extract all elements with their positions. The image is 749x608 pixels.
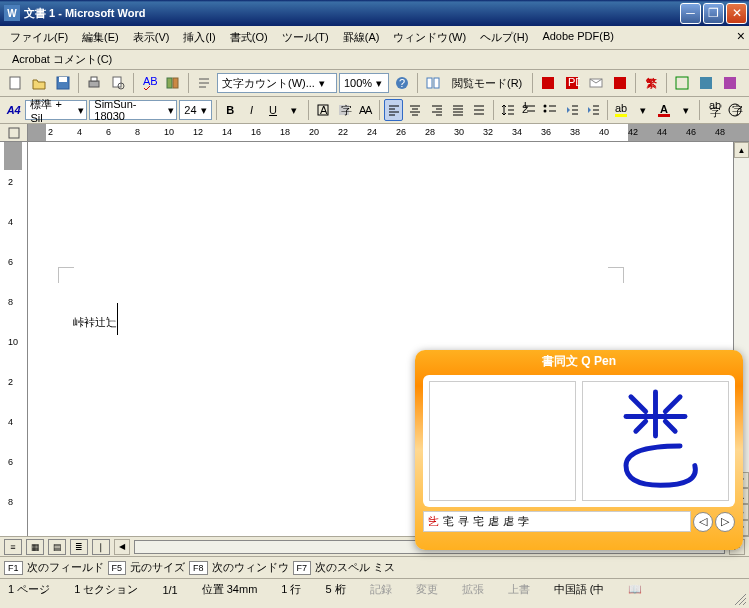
ime-button-4[interactable] <box>719 72 741 94</box>
f1-label[interactable]: 次のフィールド <box>27 560 104 575</box>
highlight-dropdown[interactable]: ▾ <box>633 99 652 121</box>
increase-indent-button[interactable] <box>583 99 602 121</box>
menu-adobe-pdf[interactable]: Adobe PDF(B) <box>536 28 620 47</box>
qpen-window[interactable]: 書同文 Q Pen 乧宒寻宅虐虐孛 ◁ ▷ <box>415 350 743 550</box>
qpen-draw-area-left[interactable] <box>429 381 576 501</box>
f5-label[interactable]: 元のサイズ <box>130 560 185 575</box>
ruler-corner[interactable] <box>0 124 28 141</box>
status-rec[interactable]: 記録 <box>370 582 392 597</box>
line-spacing-button[interactable] <box>498 99 517 121</box>
zoom-combo[interactable]: 100%▾ <box>339 73 389 93</box>
italic-button[interactable]: I <box>242 99 261 121</box>
char-shading-button[interactable]: 字 <box>334 99 353 121</box>
align-justify-button[interactable] <box>448 99 467 121</box>
wordcount-dropdown[interactable] <box>193 72 215 94</box>
numbering-button[interactable]: 12 <box>519 99 538 121</box>
menu-tools[interactable]: ツール(T) <box>276 28 335 47</box>
decrease-indent-button[interactable] <box>562 99 581 121</box>
print-preview-button[interactable] <box>107 72 129 94</box>
reading-mode-button[interactable]: 閲覧モード(R) <box>446 74 528 93</box>
status-ext[interactable]: 拡張 <box>462 582 484 597</box>
horizontal-ruler[interactable]: 2468101214161820222426283032343638404244… <box>28 124 749 141</box>
print-view-button[interactable]: ▤ <box>48 539 66 555</box>
bold-button[interactable]: B <box>221 99 240 121</box>
fontsize-combo[interactable]: 24▾ <box>179 100 211 120</box>
font-color-button[interactable]: A <box>654 99 673 121</box>
status-book-icon[interactable]: 📖 <box>628 583 642 596</box>
pdf-review-icon[interactable] <box>609 72 631 94</box>
menu-window[interactable]: ウィンドウ(W) <box>387 28 472 47</box>
qpen-candidate[interactable]: 宅 <box>473 514 488 529</box>
save-button[interactable] <box>52 72 74 94</box>
status-language[interactable]: 中国語 (中 <box>554 582 605 597</box>
style-combo[interactable]: 標準 + Sil▾ <box>25 100 87 120</box>
highlight-button[interactable]: ab <box>612 99 631 121</box>
scroll-left-button[interactable]: ◀ <box>114 539 130 555</box>
document-text[interactable]: 峠裃辻辷 <box>73 297 118 335</box>
qpen-candidate[interactable]: 虐 <box>503 514 518 529</box>
minimize-button[interactable]: ─ <box>680 3 701 24</box>
fkey-bar: F1次のフィールド F5元のサイズ F8次のウィンドウ F7次のスペル ミス <box>0 556 749 578</box>
scroll-up-button[interactable]: ▲ <box>734 142 749 158</box>
qpen-prev-button[interactable]: ◁ <box>693 512 713 532</box>
align-left-button[interactable] <box>384 99 403 121</box>
style-icon[interactable]: A4 <box>4 99 23 121</box>
help-button[interactable]: ? <box>391 72 413 94</box>
vertical-ruler[interactable]: 2468102468 <box>0 142 28 536</box>
bullets-button[interactable] <box>541 99 560 121</box>
outline-view-button[interactable]: ≣ <box>70 539 88 555</box>
menu-edit[interactable]: 編集(E) <box>76 28 125 47</box>
status-ovr[interactable]: 上書 <box>508 582 530 597</box>
reading-layout-button[interactable] <box>422 72 444 94</box>
ime-button-1[interactable]: 繁 <box>640 72 662 94</box>
ime-button-2[interactable] <box>671 72 693 94</box>
print-button[interactable] <box>83 72 105 94</box>
web-view-button[interactable]: ▦ <box>26 539 44 555</box>
resize-grip[interactable] <box>733 592 747 606</box>
menu-table[interactable]: 罫線(A) <box>337 28 386 47</box>
reading-view-button[interactable]: ❘ <box>92 539 110 555</box>
font-combo[interactable]: SimSun-18030▾ <box>89 100 177 120</box>
char-border-button[interactable]: A <box>313 99 332 121</box>
font-color-dropdown[interactable]: ▾ <box>676 99 695 121</box>
qpen-draw-area-right[interactable] <box>582 381 729 501</box>
qpen-title[interactable]: 書同文 Q Pen <box>415 350 743 373</box>
qpen-candidate[interactable]: 孛 <box>518 514 533 529</box>
qpen-next-button[interactable]: ▷ <box>715 512 735 532</box>
qpen-candidates[interactable]: 乧宒寻宅虐虐孛 <box>423 511 691 532</box>
underline-dropdown[interactable]: ▾ <box>285 99 304 121</box>
wordcount-combo[interactable]: 文字カウント(W)...▾ <box>217 73 337 93</box>
pdf-convert-icon[interactable]: PDF <box>561 72 583 94</box>
qpen-candidate[interactable]: 寻 <box>458 514 473 529</box>
new-button[interactable] <box>4 72 26 94</box>
menu-format[interactable]: 書式(O) <box>224 28 274 47</box>
enclose-button[interactable]: 字 <box>726 99 745 121</box>
spellcheck-button[interactable]: ABC <box>138 72 160 94</box>
phonetic-button[interactable]: abc字 <box>704 99 723 121</box>
qpen-candidate[interactable]: 虐 <box>488 514 503 529</box>
normal-view-button[interactable]: ≡ <box>4 539 22 555</box>
char-scale-button[interactable]: AA <box>356 99 375 121</box>
align-center-button[interactable] <box>405 99 424 121</box>
align-right-button[interactable] <box>427 99 446 121</box>
maximize-button[interactable]: ❐ <box>703 3 724 24</box>
menu-help[interactable]: ヘルプ(H) <box>474 28 534 47</box>
menu-insert[interactable]: 挿入(I) <box>177 28 221 47</box>
research-button[interactable] <box>162 72 184 94</box>
menu-acrobat-comment[interactable]: Acrobat コメント(C) <box>6 51 118 67</box>
underline-button[interactable]: U <box>263 99 282 121</box>
pdf-red-icon[interactable] <box>537 72 559 94</box>
f7-label[interactable]: 次のスペル ミス <box>315 560 395 575</box>
menu-file[interactable]: ファイル(F) <box>4 28 74 47</box>
ime-button-3[interactable] <box>695 72 717 94</box>
doc-close-button[interactable]: × <box>737 28 745 44</box>
menu-view[interactable]: 表示(V) <box>127 28 176 47</box>
pdf-mail-icon[interactable] <box>585 72 607 94</box>
status-rev[interactable]: 変更 <box>416 582 438 597</box>
close-button[interactable]: ✕ <box>726 3 747 24</box>
distribute-button[interactable] <box>470 99 489 121</box>
qpen-candidate[interactable]: 宒 <box>443 514 458 529</box>
qpen-candidate[interactable]: 乧 <box>428 514 443 529</box>
open-button[interactable] <box>28 72 50 94</box>
f8-label[interactable]: 次のウィンドウ <box>212 560 289 575</box>
